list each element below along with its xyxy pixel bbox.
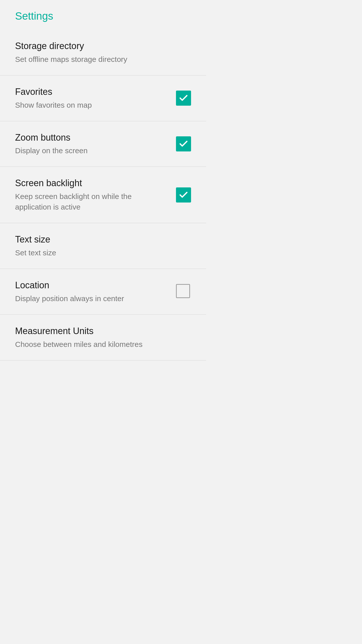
checkbox-zoom-buttons[interactable]	[176, 136, 191, 151]
setting-title-favorites: Favorites	[15, 86, 168, 98]
setting-subtitle-measurement-units: Choose between miles and kilometres	[15, 339, 168, 350]
setting-text-text-size: Text sizeSet text size	[15, 234, 176, 258]
setting-text-screen-backlight: Screen backlightKeep screen backlight on…	[15, 177, 176, 212]
no-control-text-size	[176, 238, 191, 254]
setting-title-storage-directory: Storage directory	[15, 40, 168, 52]
settings-list: Storage directorySet offline maps storag…	[0, 30, 206, 360]
setting-title-zoom-buttons: Zoom buttons	[15, 132, 168, 144]
setting-subtitle-favorites: Show favorites on map	[15, 100, 168, 110]
setting-title-measurement-units: Measurement Units	[15, 325, 168, 337]
setting-item-screen-backlight[interactable]: Screen backlightKeep screen backlight on…	[0, 167, 206, 223]
setting-subtitle-location: Display position always in center	[15, 293, 168, 304]
no-control-measurement-units	[176, 330, 191, 345]
checkbox-checked-icon	[176, 136, 191, 151]
setting-text-favorites: FavoritesShow favorites on map	[15, 86, 176, 110]
setting-title-screen-backlight: Screen backlight	[15, 177, 168, 189]
setting-title-text-size: Text size	[15, 234, 168, 246]
checkbox-location[interactable]	[176, 284, 191, 299]
setting-text-measurement-units: Measurement UnitsChoose between miles an…	[15, 325, 176, 350]
settings-page: Settings Storage directorySet offline ma…	[0, 0, 206, 360]
setting-subtitle-zoom-buttons: Display on the screen	[15, 145, 168, 156]
page-header: Settings	[0, 0, 206, 30]
setting-subtitle-storage-directory: Set offline maps storage directory	[15, 54, 168, 65]
setting-text-storage-directory: Storage directorySet offline maps storag…	[15, 40, 176, 65]
setting-item-text-size[interactable]: Text sizeSet text size	[0, 223, 206, 269]
checkbox-checked-icon	[176, 91, 191, 106]
setting-text-location: LocationDisplay position always in cente…	[15, 279, 176, 304]
setting-text-zoom-buttons: Zoom buttonsDisplay on the screen	[15, 132, 176, 156]
setting-item-measurement-units[interactable]: Measurement UnitsChoose between miles an…	[0, 315, 206, 360]
setting-item-storage-directory[interactable]: Storage directorySet offline maps storag…	[0, 30, 206, 75]
setting-subtitle-text-size: Set text size	[15, 248, 168, 258]
page-title: Settings	[15, 10, 191, 22]
checkbox-screen-backlight[interactable]	[176, 187, 191, 203]
checkbox-favorites[interactable]	[176, 91, 191, 106]
setting-item-favorites[interactable]: FavoritesShow favorites on map	[0, 75, 206, 121]
setting-item-location[interactable]: LocationDisplay position always in cente…	[0, 269, 206, 315]
setting-subtitle-screen-backlight: Keep screen backlight on while the appli…	[15, 191, 168, 212]
setting-title-location: Location	[15, 279, 168, 291]
checkbox-unchecked-icon	[176, 284, 190, 298]
no-control-storage-directory	[176, 45, 191, 60]
checkbox-checked-icon	[176, 187, 191, 203]
setting-item-zoom-buttons[interactable]: Zoom buttonsDisplay on the screen	[0, 121, 206, 167]
